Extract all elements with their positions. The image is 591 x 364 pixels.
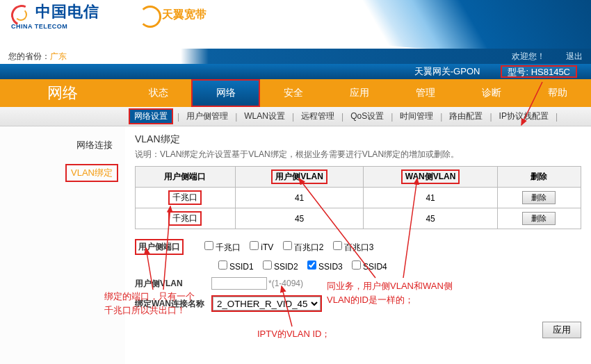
table-row: 千兆口 41 41 删除 bbox=[136, 188, 581, 208]
model-label: 型号: HS8145C bbox=[501, 65, 577, 78]
uvlan-input[interactable] bbox=[211, 277, 267, 290]
model-bar: 天翼网关-GPON 型号: HS8145C bbox=[0, 64, 591, 79]
tianyi-icon bbox=[139, 6, 160, 26]
header-swoosh bbox=[292, 0, 591, 49]
province-label: 您的省份：广东 bbox=[8, 51, 67, 63]
main-content: VLAN绑定 说明：VLAN绑定允许设置基于VLAN绑定，根据业务需要进行VLA… bbox=[125, 126, 591, 364]
gateway-text: 天翼网关-GPON bbox=[414, 65, 480, 78]
china-telecom-logo: 中国电信 CHINA TELECOM bbox=[11, 1, 99, 30]
logo1-cn: 中国电信 bbox=[35, 3, 99, 20]
subnav-qos[interactable]: QoS设置 bbox=[348, 109, 387, 124]
chk-itv[interactable] bbox=[250, 241, 259, 250]
tianyi-logo: 天翼宽带 bbox=[139, 6, 207, 26]
chk-ssid1[interactable] bbox=[218, 260, 227, 270]
tab-help[interactable]: 帮助 bbox=[525, 79, 591, 107]
chk-ssid2[interactable] bbox=[263, 260, 272, 270]
logo2-text: 天翼宽带 bbox=[162, 8, 207, 20]
subnav-wlan[interactable]: WLAN设置 bbox=[241, 109, 288, 124]
uvlan-label: 用户侧VLAN bbox=[135, 278, 211, 290]
province-value: 广东 bbox=[50, 51, 67, 61]
top-banner: 中国电信 CHINA TELECOM 天翼宽带 bbox=[0, 0, 591, 49]
sidebar: 网络连接 VLAN绑定 bbox=[0, 126, 125, 364]
logout-link[interactable]: 退出 bbox=[566, 51, 583, 63]
subnav-network-settings[interactable]: 网络设置 bbox=[129, 108, 173, 124]
chk-fe3[interactable] bbox=[333, 241, 342, 250]
sub-nav: 网络设置| 用户侧管理| WLAN设置| 远程管理| QoS设置| 时间管理| … bbox=[0, 107, 591, 126]
section-title: VLAN绑定 bbox=[135, 133, 581, 146]
tab-security[interactable]: 安全 bbox=[260, 79, 326, 107]
subnav-remote[interactable]: 远程管理 bbox=[298, 109, 337, 124]
sidebar-item-vlan-bind[interactable]: VLAN绑定 bbox=[65, 164, 118, 182]
vlan-table: 用户侧端口 用户侧VLAN WAN侧VLAN 删除 千兆口 41 41 删除 千… bbox=[135, 166, 581, 229]
tab-status[interactable]: 状态 bbox=[125, 79, 191, 107]
province-bar: 您的省份：广东 欢迎您！ 退出 bbox=[0, 49, 591, 64]
section-desc: 说明：VLAN绑定允许设置基于VLAN绑定，根据业务需要进行VLAN绑定的增加或… bbox=[135, 149, 581, 160]
wan-label: 绑定WAN连接名称 bbox=[135, 298, 211, 310]
chk-gigabit[interactable] bbox=[204, 241, 213, 250]
th-uvlan: 用户侧VLAN bbox=[235, 167, 364, 188]
tab-management[interactable]: 管理 bbox=[393, 79, 459, 107]
welcome-text: 欢迎您！ bbox=[512, 51, 545, 63]
table-row: 千兆口 45 45 删除 bbox=[136, 208, 581, 229]
cell-wvlan: 45 bbox=[364, 208, 497, 229]
cell-uvlan: 45 bbox=[235, 208, 364, 229]
wan-select[interactable]: 2_OTHER_R_VID_45 bbox=[213, 297, 321, 311]
sidebar-item-connection[interactable]: 网络连接 bbox=[0, 135, 125, 156]
th-port: 用户侧端口 bbox=[136, 167, 236, 188]
china-telecom-icon bbox=[11, 5, 31, 24]
cell-wvlan: 41 bbox=[364, 188, 497, 208]
chk-fe2[interactable] bbox=[283, 241, 292, 250]
subnav-time[interactable]: 时间管理 bbox=[397, 109, 436, 124]
subnav-ip[interactable]: IP协议栈配置 bbox=[496, 109, 551, 124]
subnav-user-mgmt[interactable]: 用户侧管理 bbox=[184, 109, 231, 124]
delete-button[interactable]: 删除 bbox=[522, 212, 556, 225]
chk-ssid4[interactable] bbox=[352, 260, 361, 270]
apply-button[interactable]: 应用 bbox=[542, 322, 581, 338]
cell-port: 千兆口 bbox=[168, 211, 202, 226]
form-area: 用户侧端口 千兆口 iTV 百兆口2 百兆口3 SSID1 SSID2 SSID… bbox=[135, 239, 581, 338]
ssid-checkbox-group: SSID1 SSID2 SSID3 SSID4 bbox=[211, 260, 387, 272]
th-wvlan: WAN侧VLAN bbox=[364, 167, 497, 188]
cell-uvlan: 41 bbox=[235, 188, 364, 208]
subnav-route[interactable]: 路由配置 bbox=[446, 109, 485, 124]
tab-network[interactable]: 网络 bbox=[191, 79, 260, 107]
tab-application[interactable]: 应用 bbox=[326, 79, 392, 107]
uvlan-hint: *(1-4094) bbox=[268, 279, 303, 288]
cell-port: 千兆口 bbox=[168, 190, 202, 205]
port-label: 用户侧端口 bbox=[135, 239, 184, 255]
chk-ssid3[interactable] bbox=[307, 260, 316, 270]
nav-title: 网络 bbox=[0, 79, 125, 107]
delete-button[interactable]: 删除 bbox=[522, 191, 556, 204]
main-nav: 网络 状态 网络 安全 应用 管理 诊断 帮助 bbox=[0, 79, 591, 107]
port-checkbox-group: 千兆口 iTV 百兆口2 百兆口3 bbox=[197, 241, 373, 254]
th-del: 删除 bbox=[497, 167, 581, 188]
tab-diagnosis[interactable]: 诊断 bbox=[459, 79, 525, 107]
